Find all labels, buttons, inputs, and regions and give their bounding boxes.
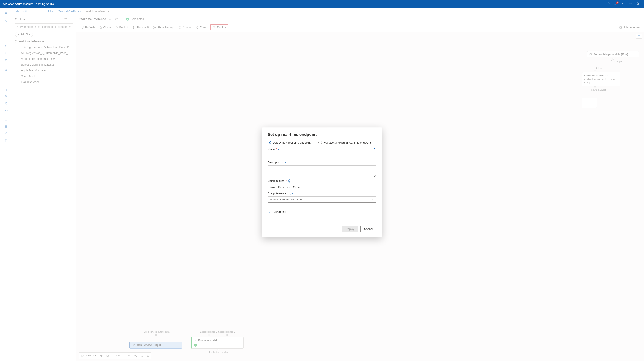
modal-overlay: Set up real-time endpoint Deploy new rea… xyxy=(0,8,644,361)
deploy-submit-button: Deploy xyxy=(342,226,358,232)
chevron-down-icon xyxy=(371,186,374,188)
help-icon[interactable] xyxy=(626,2,634,6)
name-label: Name * i xyxy=(268,148,282,151)
dialog-title: Set up real-time endpoint xyxy=(268,132,376,137)
compute-type-select[interactable]: Azure Kubernetes Service xyxy=(268,184,376,190)
gear-icon[interactable] xyxy=(619,2,626,6)
compute-name-select[interactable]: Select or search by name xyxy=(268,196,376,203)
chevron-down-icon xyxy=(371,198,374,201)
smile-icon[interactable] xyxy=(634,2,641,6)
info-icon[interactable]: i xyxy=(282,161,286,164)
bell-icon[interactable]: 5 xyxy=(612,2,619,6)
radio-deploy-new[interactable]: Deploy new real-time endpoint xyxy=(268,141,310,144)
compute-name-label: Compute name * i xyxy=(268,192,376,195)
svg-point-1 xyxy=(622,4,623,4)
compute-type-label: Compute type * i xyxy=(268,179,376,182)
clock-icon[interactable] xyxy=(604,2,612,6)
description-label: Description i xyxy=(268,161,376,164)
radio-icon xyxy=(318,141,322,144)
radio-replace-existing[interactable]: Replace an existing real-time endpoint xyxy=(318,141,371,144)
description-input[interactable] xyxy=(268,165,376,177)
svg-point-5 xyxy=(637,4,637,4)
chevron-right-icon xyxy=(268,211,271,213)
svg-point-48 xyxy=(374,149,375,150)
deploy-dialog: Set up real-time endpoint Deploy new rea… xyxy=(262,127,382,237)
name-input[interactable] xyxy=(268,153,376,159)
advanced-toggle[interactable]: Advanced xyxy=(268,208,376,216)
advanced-section: Advanced xyxy=(268,208,376,216)
svg-point-6 xyxy=(638,4,638,4)
close-icon[interactable] xyxy=(374,132,378,136)
cancel-dialog-button[interactable]: Cancel xyxy=(360,226,376,232)
topbar: Microsoft Azure Machine Learning Studio … xyxy=(0,0,644,8)
eye-icon[interactable] xyxy=(372,148,376,152)
svg-point-3 xyxy=(630,5,630,5)
app-title: Microsoft Azure Machine Learning Studio xyxy=(3,2,54,6)
svg-point-4 xyxy=(636,3,639,5)
info-icon[interactable]: i xyxy=(290,192,292,195)
info-icon[interactable]: i xyxy=(278,148,282,151)
notification-badge: 5 xyxy=(616,1,619,4)
radio-icon xyxy=(268,141,271,144)
info-icon[interactable]: i xyxy=(288,179,291,182)
